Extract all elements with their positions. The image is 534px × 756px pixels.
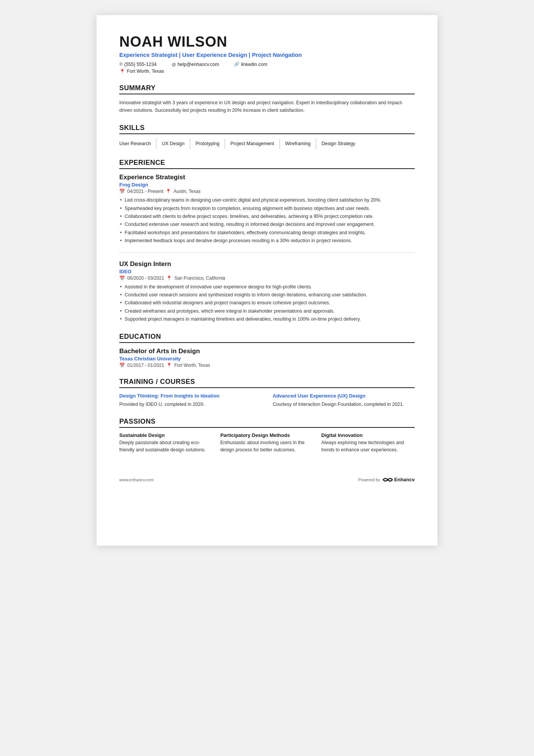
bullet-item: Conducted extensive user research and te…	[119, 221, 415, 228]
bullet-item: Assisted in the development of innovativ…	[119, 283, 415, 291]
job-title: UX Design Intern	[119, 260, 415, 268]
skills-section: SKILLS User ResearchUX DesignPrototyping…	[119, 124, 415, 149]
footer-url: www.enhancv.com	[119, 477, 154, 482]
job-block: UX Design Intern IDEO 📅 06/2020 - 03/202…	[119, 260, 415, 323]
training-title: Advanced User Experience (UX) Design	[273, 393, 415, 399]
bullet-item: Spearheaded key projects from inception …	[119, 205, 415, 212]
job-dates: 06/2020 - 03/2021	[127, 275, 164, 281]
jobs-container: Experience Strategist Frog Design 📅 04/2…	[119, 174, 415, 323]
edu-degree: Bachelor of Arts in Design	[119, 347, 415, 355]
enhancv-logo-icon	[383, 476, 393, 483]
passion-title: Sustainable Design	[119, 432, 213, 438]
skill-item: Wireframing	[285, 139, 316, 149]
summary-title: SUMMARY	[119, 84, 415, 94]
bullet-item: Collaborated with industrial designers a…	[119, 299, 415, 307]
job-title: Experience Strategist	[119, 174, 415, 181]
job-meta: 📅 06/2020 - 03/2021 📍 San Francisco, Cal…	[119, 275, 415, 281]
page-footer: www.enhancv.com Powered by Enhancv	[119, 476, 415, 483]
training-title: Design Thinking: From Insights to Ideati…	[119, 393, 261, 399]
company-name: Frog Design	[119, 182, 415, 188]
job-meta: 📅 04/2021 - Present 📍 Austin, Texas	[119, 189, 415, 194]
passion-item: Participatory Design Methods Enthusiasti…	[220, 432, 314, 454]
footer-powered-by: Powered by Enhancv	[358, 476, 415, 483]
passion-desc: Always exploring new technologies and tr…	[321, 439, 415, 454]
edu-location: Fort Worth, Texas	[174, 363, 210, 368]
passions-title: PASSIONS	[119, 418, 415, 428]
phone-icon: ✆	[119, 62, 123, 67]
skill-item: Design Strategy	[322, 139, 361, 149]
job-location: San Francisco, California	[174, 275, 225, 281]
location-icon: 📍	[166, 363, 172, 368]
location-icon: 📍	[166, 275, 172, 281]
candidate-title: Experience Strategist | User Experience …	[119, 52, 415, 58]
edu-dates: 01/2017 - 01/2021	[127, 363, 164, 368]
location-icon: 📍	[119, 69, 125, 74]
education-section: EDUCATION Bachelor of Arts in Design Tex…	[119, 333, 415, 368]
job-dates: 04/2021 - Present	[127, 189, 163, 194]
skill-item: Project Management	[230, 139, 279, 149]
skill-item: User Research	[119, 139, 156, 149]
training-item: Design Thinking: From Insights to Ideati…	[119, 393, 261, 408]
bullet-item: Facilitated workshops and presentations …	[119, 229, 415, 236]
training-section: TRAINING / COURSES Design Thinking: From…	[119, 378, 415, 408]
skill-item: UX Design	[162, 139, 190, 149]
training-desc: Provided by IDEO U, completed in 2020.	[119, 401, 261, 408]
training-title: TRAINING / COURSES	[119, 378, 415, 388]
education-title: EDUCATION	[119, 333, 415, 343]
job-block: Experience Strategist Frog Design 📅 04/2…	[119, 174, 415, 252]
bullet-item: Implemented feedback loops and iterative…	[119, 237, 415, 244]
skills-list: User ResearchUX DesignPrototypingProject…	[119, 139, 415, 149]
candidate-name: NOAH WILSON	[119, 34, 415, 50]
skill-item: Prototyping	[195, 139, 225, 149]
calendar-icon: 📅	[119, 275, 125, 281]
phone-contact: ✆ (555) 555-1234	[119, 62, 156, 67]
passion-desc: Enthusiastic about involving users in th…	[220, 439, 314, 454]
experience-section: EXPERIENCE Experience Strategist Frog De…	[119, 159, 415, 323]
resume-page: NOAH WILSON Experience Strategist | User…	[97, 15, 437, 546]
experience-title: EXPERIENCE	[119, 159, 415, 169]
job-bullets: Assisted in the development of innovativ…	[119, 283, 415, 323]
passions-grid: Sustainable Design Deeply passionate abo…	[119, 432, 415, 454]
bullet-item: Conducted user research sessions and syn…	[119, 291, 415, 299]
job-location: Austin, Texas	[173, 189, 200, 194]
passion-title: Participatory Design Methods	[220, 432, 314, 438]
calendar-icon: 📅	[119, 189, 125, 194]
job-bullets: Led cross-disciplinary teams in designin…	[119, 197, 415, 244]
bullet-item: Led cross-disciplinary teams in designin…	[119, 197, 415, 204]
enhancv-logo: Enhancv	[383, 476, 415, 483]
location-icon: 📍	[166, 189, 171, 194]
edu-meta: 📅 01/2017 - 01/2021 📍 Fort Worth, Texas	[119, 363, 415, 368]
email-icon: @	[172, 62, 176, 67]
summary-section: SUMMARY Innovative strategist with 3 yea…	[119, 84, 415, 114]
skills-title: SKILLS	[119, 124, 415, 134]
passion-item: Digital Innovation Always exploring new …	[321, 432, 415, 454]
company-name: IDEO	[119, 269, 415, 274]
header: NOAH WILSON Experience Strategist | User…	[119, 34, 415, 74]
bullet-item: Created wireframes and prototypes, which…	[119, 308, 415, 315]
education-container: Bachelor of Arts in Design Texas Christi…	[119, 347, 415, 368]
passion-item: Sustainable Design Deeply passionate abo…	[119, 432, 213, 454]
edu-school: Texas Christian University	[119, 356, 415, 362]
calendar-icon: 📅	[119, 363, 125, 368]
training-desc: Courtesy of Interaction Design Foundatio…	[273, 401, 415, 408]
training-grid: Design Thinking: From Insights to Ideati…	[119, 393, 415, 408]
bullet-item: Supported project managers in maintainin…	[119, 316, 415, 323]
passion-desc: Deeply passionate about creating eco-fri…	[119, 439, 213, 454]
linkedin-contact: 🔗 linkedin.com	[234, 62, 267, 67]
education-block: Bachelor of Arts in Design Texas Christi…	[119, 347, 415, 368]
link-icon: 🔗	[234, 62, 239, 67]
location-row: 📍 Fort Worth, Texas	[119, 69, 415, 74]
passions-section: PASSIONS Sustainable Design Deeply passi…	[119, 418, 415, 454]
email-contact: @ help@enhancv.com	[172, 62, 219, 67]
summary-text: Innovative strategist with 3 years of ex…	[119, 99, 415, 114]
training-item: Advanced User Experience (UX) Design Cou…	[273, 393, 415, 408]
bullet-item: Collaborated with clients to define proj…	[119, 213, 415, 220]
contact-row: ✆ (555) 555-1234 @ help@enhancv.com 🔗 li…	[119, 62, 415, 67]
passion-title: Digital Innovation	[321, 432, 415, 438]
